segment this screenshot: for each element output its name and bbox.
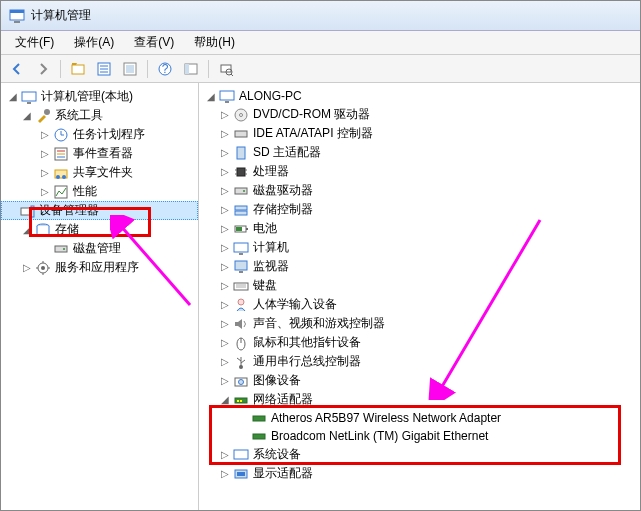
svg-rect-1 [10, 10, 24, 13]
expander-icon[interactable]: ▷ [219, 185, 231, 197]
expander-icon[interactable]: ▷ [219, 204, 231, 216]
device-cpu[interactable]: ▷处理器 [199, 162, 640, 181]
tree-label: 键盘 [253, 277, 277, 294]
device-display[interactable]: ▷显示适配器 [199, 464, 640, 483]
monitor-icon [233, 259, 249, 275]
expander-icon[interactable]: ▷ [219, 223, 231, 235]
device-battery[interactable]: ▷电池 [199, 219, 640, 238]
device-imaging[interactable]: ▷图像设备 [199, 371, 640, 390]
tree-label: 服务和应用程序 [55, 259, 139, 276]
expander-icon[interactable]: ▷ [219, 375, 231, 387]
tree-disk-mgmt[interactable]: ▷ 磁盘管理 [1, 239, 198, 258]
properties-button[interactable] [92, 58, 116, 80]
device-computer[interactable]: ▷计算机 [199, 238, 640, 257]
tree-event-viewer[interactable]: ▷ 事件查看器 [1, 144, 198, 163]
expander-icon[interactable]: ▷ [219, 166, 231, 178]
expander-icon[interactable]: ◢ [205, 90, 217, 102]
up-button[interactable] [66, 58, 90, 80]
svg-rect-43 [225, 101, 229, 103]
back-button[interactable] [5, 58, 29, 80]
tree-device-manager[interactable]: ▷ 设备管理器 [1, 201, 198, 220]
left-pane[interactable]: ◢ 计算机管理(本地) ◢ 系统工具 ▷ 任务计划程序 ▷ 事件 [1, 83, 199, 510]
tree-root-computer-mgmt[interactable]: ◢ 计算机管理(本地) [1, 87, 198, 106]
expander-icon[interactable]: ▷ [39, 148, 51, 160]
tree-label: IDE ATA/ATAPI 控制器 [253, 125, 373, 142]
expander-icon[interactable]: ▷ [219, 242, 231, 254]
refresh-button[interactable] [118, 58, 142, 80]
tree-system-tools[interactable]: ◢ 系统工具 [1, 106, 198, 125]
tree-label: 系统设备 [253, 446, 301, 463]
computer-icon [219, 88, 235, 104]
help-button[interactable]: ? [153, 58, 177, 80]
imaging-icon [233, 373, 249, 389]
forward-button[interactable] [31, 58, 55, 80]
expander-icon[interactable]: ◢ [21, 224, 33, 236]
svg-point-67 [238, 299, 244, 305]
expander-icon[interactable]: ▷ [219, 299, 231, 311]
device-net-adapter-1[interactable]: ▷Atheros AR5B97 Wireless Network Adapter [199, 409, 640, 427]
menu-file[interactable]: 文件(F) [7, 32, 62, 53]
device-net-adapter-2[interactable]: ▷Broadcom NetLink (TM) Gigabit Ethernet [199, 427, 640, 445]
device-monitor[interactable]: ▷监视器 [199, 257, 640, 276]
device-sysdevices[interactable]: ▷系统设备 [199, 445, 640, 464]
device-usb[interactable]: ▷通用串行总线控制器 [199, 352, 640, 371]
svg-rect-63 [239, 271, 243, 273]
expander-icon[interactable]: ▷ [219, 318, 231, 330]
svg-line-73 [241, 360, 245, 363]
svg-point-75 [239, 379, 244, 384]
show-hide-button[interactable] [179, 58, 203, 80]
services-icon [35, 260, 51, 276]
expander-icon[interactable]: ▷ [219, 356, 231, 368]
device-sound[interactable]: ▷声音、视频和游戏控制器 [199, 314, 640, 333]
expander-icon[interactable]: ◢ [7, 91, 19, 103]
tree-shared-folders[interactable]: ▷ 共享文件夹 [1, 163, 198, 182]
tools-icon [35, 108, 51, 124]
right-pane[interactable]: ◢ALONG-PC ▷DVD/CD-ROM 驱动器 ▷IDE ATA/ATAPI… [199, 83, 640, 510]
expander-icon[interactable]: ◢ [21, 110, 33, 122]
device-storage-ctrl[interactable]: ▷存储控制器 [199, 200, 640, 219]
expander-icon[interactable]: ▷ [219, 109, 231, 121]
svg-rect-61 [239, 253, 243, 255]
menu-help[interactable]: 帮助(H) [186, 32, 243, 53]
expander-icon[interactable]: ◢ [219, 394, 231, 406]
tree-label: 存储控制器 [253, 201, 313, 218]
tree-services-apps[interactable]: ▷ 服务和应用程序 [1, 258, 198, 277]
tree-label: 设备管理器 [39, 202, 99, 219]
device-ide[interactable]: ▷IDE ATA/ATAPI 控制器 [199, 124, 640, 143]
tree-storage[interactable]: ◢ 存储 [1, 220, 198, 239]
expander-icon[interactable]: ▷ [219, 337, 231, 349]
tree-label: 显示适配器 [253, 465, 313, 482]
svg-line-72 [237, 358, 241, 361]
expander-icon[interactable]: ▷ [219, 468, 231, 480]
expander-icon[interactable]: ▷ [21, 262, 33, 274]
expander-icon[interactable]: ▷ [39, 186, 51, 198]
device-keyboard[interactable]: ▷键盘 [199, 276, 640, 295]
device-network[interactable]: ◢网络适配器 [199, 390, 640, 409]
expander-icon[interactable]: ▷ [39, 167, 51, 179]
scan-button[interactable] [214, 58, 238, 80]
expander-icon[interactable]: ▷ [219, 147, 231, 159]
device-hid[interactable]: ▷人体学输入设备 [199, 295, 640, 314]
battery-icon [233, 221, 249, 237]
svg-point-35 [63, 248, 65, 250]
device-dvd[interactable]: ▷DVD/CD-ROM 驱动器 [199, 105, 640, 124]
tree-performance[interactable]: ▷ 性能 [1, 182, 198, 201]
device-diskdrive[interactable]: ▷磁盘驱动器 [199, 181, 640, 200]
expander-icon[interactable]: ▷ [219, 449, 231, 461]
expander-icon[interactable]: ▷ [219, 280, 231, 292]
network-icon [233, 392, 249, 408]
tree-task-scheduler[interactable]: ▷ 任务计划程序 [1, 125, 198, 144]
titlebar: 计算机管理 [1, 1, 640, 31]
menu-view[interactable]: 查看(V) [126, 32, 182, 53]
menu-action[interactable]: 操作(A) [66, 32, 122, 53]
expander-icon[interactable]: ▷ [39, 129, 51, 141]
toolbar: ? [1, 55, 640, 83]
device-sd[interactable]: ▷SD 主适配器 [199, 143, 640, 162]
expander-icon[interactable]: ▷ [219, 261, 231, 273]
svg-point-37 [41, 266, 45, 270]
device-root[interactable]: ◢ALONG-PC [199, 87, 640, 105]
expander-icon[interactable]: ▷ [219, 128, 231, 140]
storage-icon [35, 222, 51, 238]
tree-label: Atheros AR5B97 Wireless Network Adapter [271, 411, 501, 425]
device-mouse[interactable]: ▷鼠标和其他指针设备 [199, 333, 640, 352]
